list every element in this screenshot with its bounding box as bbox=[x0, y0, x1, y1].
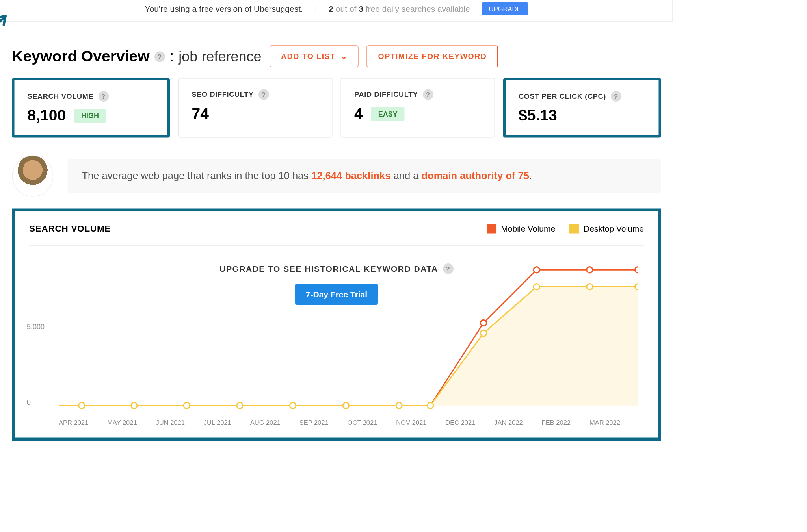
legend-mobile: Mobile Volume bbox=[487, 224, 555, 233]
free-version-bar: You're using a free version of Ubersugge… bbox=[0, 0, 673, 22]
chart-legend: Mobile Volume Desktop Volume bbox=[487, 224, 644, 233]
svg-point-5 bbox=[343, 402, 349, 408]
search-volume-value: 8,100 bbox=[28, 106, 66, 125]
cpc-value: $5.13 bbox=[519, 106, 646, 125]
legend-swatch-icon bbox=[569, 224, 579, 233]
neil-avatar bbox=[12, 156, 54, 197]
seo-difficulty-value: 74 bbox=[192, 105, 319, 123]
svg-point-9 bbox=[534, 284, 539, 289]
metrics-row: SEARCH VOLUME? 8,100 HIGH SEO DIFFICULTY… bbox=[12, 78, 661, 138]
metric-seo-difficulty: SEO DIFFICULTY? 74 bbox=[178, 78, 333, 138]
help-icon[interactable]: ? bbox=[154, 51, 165, 62]
svg-point-7 bbox=[428, 402, 433, 408]
y-axis-tick: 0 bbox=[27, 398, 31, 406]
help-icon[interactable]: ? bbox=[423, 89, 433, 100]
free-text: You're using a free version of Ubersugge… bbox=[145, 4, 303, 14]
upgrade-chip[interactable]: UPGRADE bbox=[482, 2, 528, 15]
search-count: 2 out of 3 free daily searches available bbox=[329, 4, 470, 14]
optimize-keyword-button[interactable]: OPTIMIZE FOR KEYWORD bbox=[367, 46, 498, 68]
svg-point-13 bbox=[534, 267, 539, 273]
svg-point-3 bbox=[237, 402, 243, 408]
search-volume-chart: SEARCH VOLUME Mobile Volume Desktop Volu… bbox=[12, 209, 661, 441]
metric-paid-difficulty: PAID DIFFICULTY? 4 EASY bbox=[341, 78, 495, 138]
x-axis-labels: APR 2021MAY 2021JUN 2021JUL 2021AUG 2021… bbox=[29, 417, 644, 426]
svg-point-15 bbox=[635, 267, 638, 273]
metric-search-volume: SEARCH VOLUME? 8,100 HIGH bbox=[12, 78, 170, 138]
svg-point-11 bbox=[635, 284, 638, 289]
help-icon[interactable]: ? bbox=[611, 91, 621, 102]
insight-text: The average web page that ranks in the t… bbox=[68, 159, 661, 193]
svg-point-14 bbox=[587, 267, 593, 273]
legend-swatch-icon bbox=[487, 224, 496, 233]
chart-title: SEARCH VOLUME bbox=[29, 223, 111, 234]
svg-point-6 bbox=[396, 402, 402, 408]
svg-point-8 bbox=[480, 330, 486, 336]
separator: | bbox=[315, 4, 317, 14]
main-content: Get a detailed keyword overview Language… bbox=[0, 0, 673, 443]
chevron-down-icon: ⌄ bbox=[340, 52, 348, 61]
badge-easy: EASY bbox=[371, 107, 405, 121]
y-axis-tick: 5,000 bbox=[27, 323, 45, 331]
legend-desktop: Desktop Volume bbox=[569, 224, 644, 233]
title-keyword: job reference bbox=[179, 48, 261, 65]
help-icon[interactable]: ? bbox=[98, 91, 109, 102]
page-title: Keyword Overview ? : job reference bbox=[12, 47, 262, 66]
metric-cpc: COST PER CLICK (CPC)? $5.13 bbox=[503, 78, 661, 138]
add-to-list-button[interactable]: ADD TO LIST ⌄ bbox=[270, 46, 359, 68]
title-row: Keyword Overview ? : job reference ADD T… bbox=[12, 46, 661, 68]
svg-point-12 bbox=[480, 320, 486, 326]
badge-high: HIGH bbox=[74, 108, 106, 122]
svg-point-1 bbox=[131, 402, 137, 408]
chart-body: UPGRADE TO SEE HISTORICAL KEYWORD DATA ?… bbox=[29, 245, 644, 417]
svg-point-10 bbox=[587, 284, 593, 289]
svg-point-2 bbox=[184, 402, 190, 408]
svg-point-0 bbox=[79, 402, 85, 408]
paid-difficulty-value: 4 bbox=[354, 105, 363, 123]
svg-point-4 bbox=[290, 402, 296, 408]
chart-lines bbox=[59, 246, 638, 408]
help-icon[interactable]: ? bbox=[258, 89, 269, 100]
insight-row: The average web page that ranks in the t… bbox=[12, 156, 661, 197]
